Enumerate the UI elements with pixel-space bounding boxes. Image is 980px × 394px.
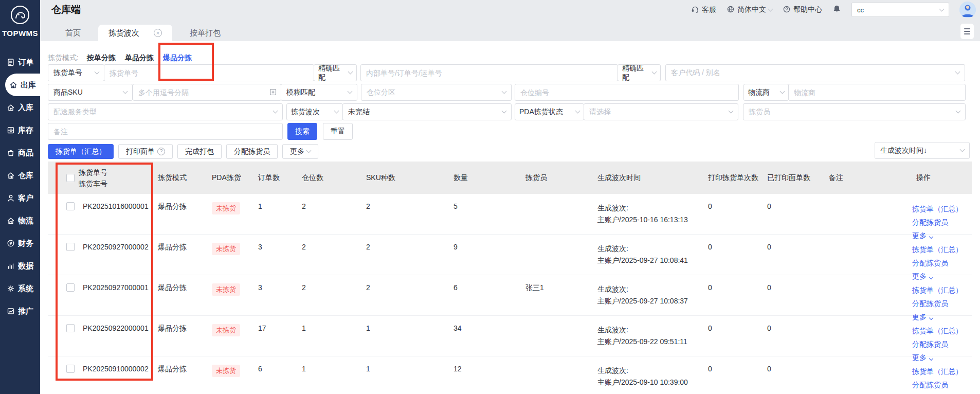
customer-select[interactable]: 客户代码 / 别名	[665, 64, 965, 81]
support-label: 客服	[702, 5, 716, 14]
sidebar-item-label: 入库	[18, 103, 33, 113]
wave-field-select[interactable]: 拣货波次	[286, 103, 343, 120]
row-assign-picker-link[interactable]: 分配拣货员	[912, 337, 970, 351]
batch-input-icon[interactable]	[269, 88, 277, 98]
finance-icon	[7, 239, 15, 247]
search-field-select[interactable]: 拣货单号	[48, 64, 104, 81]
elephant-logo-icon	[9, 4, 31, 26]
toolbar: 拣货单（汇总） 打印面单 ? 完成打包 分配拣货员 更多	[48, 144, 318, 159]
col-order-count: 订单数	[254, 173, 298, 183]
logistics-icon	[7, 217, 15, 225]
select-all-checkbox[interactable]	[66, 174, 75, 182]
row-checkbox[interactable]	[66, 283, 75, 292]
row-select-cell	[48, 356, 79, 394]
notification-bell[interactable]	[832, 5, 841, 15]
status-badge: 未拣货	[212, 324, 240, 336]
col-wave-time: 生成波次时间	[593, 173, 704, 183]
tab-pick-wave[interactable]: 拣货波次 ×	[98, 25, 172, 41]
headset-icon	[691, 5, 699, 15]
sidebar-item-入库[interactable]: 入库	[0, 96, 40, 119]
sidebar-item-数据[interactable]: 数据	[0, 255, 40, 277]
slot-no-input[interactable]	[515, 84, 739, 101]
filter-row-2: 商品SKU 模糊匹配 仓位分区 物流商	[48, 84, 966, 101]
order-no-input[interactable]	[360, 64, 618, 81]
print-label-button[interactable]: 打印面单 ?	[118, 144, 173, 159]
mode-hot-item[interactable]: 爆品分拣	[162, 53, 193, 63]
col-pick-no: 拣货单号拣货车号	[79, 167, 154, 189]
row-assign-picker-link[interactable]: 分配拣货员	[912, 378, 970, 391]
fuzzy-match-select[interactable]: 模糊匹配	[281, 84, 357, 101]
pda-status-value-select[interactable]: 请选择	[584, 103, 738, 120]
sidebar-item-客户[interactable]: 客户	[0, 187, 40, 209]
order-icon	[7, 58, 15, 66]
zone-select[interactable]: 仓位分区	[361, 84, 512, 101]
row-pick-list-summary-link[interactable]: 拣货单（汇总）	[912, 202, 970, 216]
row-checkbox[interactable]	[66, 365, 75, 373]
col-picker: 拣货员	[521, 173, 593, 183]
account-select[interactable]: cc	[851, 3, 949, 17]
sidebar-item-库存[interactable]: 库存	[0, 119, 40, 141]
sidebar-item-订单[interactable]: 订单	[0, 51, 40, 74]
sidebar-item-label: 数据	[18, 261, 33, 271]
col-sku-kinds: SKU种数	[362, 173, 449, 183]
sidebar-item-出库[interactable]: 出库	[5, 74, 40, 96]
match-mode-select-1[interactable]: 精确匹配	[314, 64, 357, 81]
main-content: 拣货模式: 按单分拣 单品分拣 爆品分拣 拣货单号 精确匹配 精确匹配 客户代码…	[40, 41, 980, 394]
reset-button[interactable]: 重置	[323, 123, 353, 140]
support-link[interactable]: 客服	[691, 5, 716, 15]
search-button[interactable]: 搜索	[287, 123, 317, 140]
mode-by-order[interactable]: 按单分拣	[86, 53, 117, 63]
sidebar-item-label: 物流	[18, 216, 33, 226]
carrier-field-select[interactable]: 物流商	[743, 84, 789, 101]
sidebar-item-物流[interactable]: 物流	[0, 209, 40, 232]
mode-single-item[interactable]: 单品分拣	[124, 53, 155, 63]
table-header: 拣货单号拣货车号 拣货模式 PDA拣货 订单数 仓位数 SKU种数 数量 拣货员…	[48, 162, 972, 194]
match-mode-select-2[interactable]: 精确匹配	[618, 64, 661, 81]
picker-select[interactable]: 拣货员	[743, 103, 966, 120]
column-settings-icon[interactable]	[960, 24, 974, 39]
sku-field-select[interactable]: 商品SKU	[48, 84, 133, 101]
row-pick-list-summary-link[interactable]: 拣货单（汇总）	[912, 283, 970, 297]
remark-input[interactable]	[48, 123, 283, 140]
select-all-cell	[48, 174, 79, 182]
row-assign-picker-link[interactable]: 分配拣货员	[912, 256, 970, 270]
close-icon[interactable]: ×	[154, 29, 162, 37]
pick-no-input[interactable]	[104, 64, 314, 81]
inventory-icon	[7, 126, 15, 134]
tab-home[interactable]: 首页	[48, 25, 98, 41]
remark-cell	[825, 356, 876, 394]
row-assign-picker-link[interactable]: 分配拣货员	[912, 297, 970, 310]
sidebar-item-系统[interactable]: 系统	[0, 277, 40, 300]
tab-pack-by-order[interactable]: 按单打包	[172, 25, 238, 41]
carrier-input[interactable]	[788, 84, 966, 101]
wave-status-select[interactable]: 未完结	[342, 103, 512, 120]
pick-list-summary-button[interactable]: 拣货单（汇总）	[48, 144, 114, 159]
sidebar-item-财务[interactable]: 财务	[0, 232, 40, 255]
sidebar-item-商品[interactable]: 商品	[0, 141, 40, 164]
row-pick-list-summary-link[interactable]: 拣货单（汇总）	[912, 243, 970, 256]
sidebar-item-label: 财务	[18, 239, 33, 248]
sort-select[interactable]: 生成波次时间↓	[875, 142, 970, 159]
sidebar-item-推广[interactable]: 推广	[0, 300, 40, 323]
promotion-icon	[7, 307, 15, 315]
avatar[interactable]	[959, 2, 976, 18]
row-assign-picker-link[interactable]: 分配拣货员	[912, 216, 970, 229]
row-more-link[interactable]: 更多	[912, 391, 970, 394]
wave-table: 拣货单号拣货车号 拣货模式 PDA拣货 订单数 仓位数 SKU种数 数量 拣货员…	[48, 162, 972, 394]
picker-cell	[521, 356, 593, 394]
row-checkbox[interactable]	[66, 202, 75, 210]
language-switch[interactable]: 简体中文	[727, 5, 772, 15]
help-link[interactable]: 帮助中心	[783, 5, 822, 15]
sku-input[interactable]	[133, 84, 281, 101]
sidebar-item-仓库[interactable]: 仓库	[0, 164, 40, 187]
assign-picker-button[interactable]: 分配拣货员	[226, 144, 278, 159]
delivery-service-select[interactable]: 配送服务类型	[48, 103, 283, 120]
row-checkbox[interactable]	[66, 324, 75, 332]
pick-mode-row: 拣货模式: 按单分拣 单品分拣 爆品分拣	[48, 53, 193, 63]
row-checkbox[interactable]	[66, 243, 75, 251]
more-button[interactable]: 更多	[282, 144, 318, 159]
finish-pack-button[interactable]: 完成打包	[177, 144, 222, 159]
row-pick-list-summary-link[interactable]: 拣货单（汇总）	[912, 324, 970, 337]
row-pick-list-summary-link[interactable]: 拣货单（汇总）	[912, 365, 970, 378]
pda-status-field-select[interactable]: PDA拣货状态	[515, 103, 584, 120]
